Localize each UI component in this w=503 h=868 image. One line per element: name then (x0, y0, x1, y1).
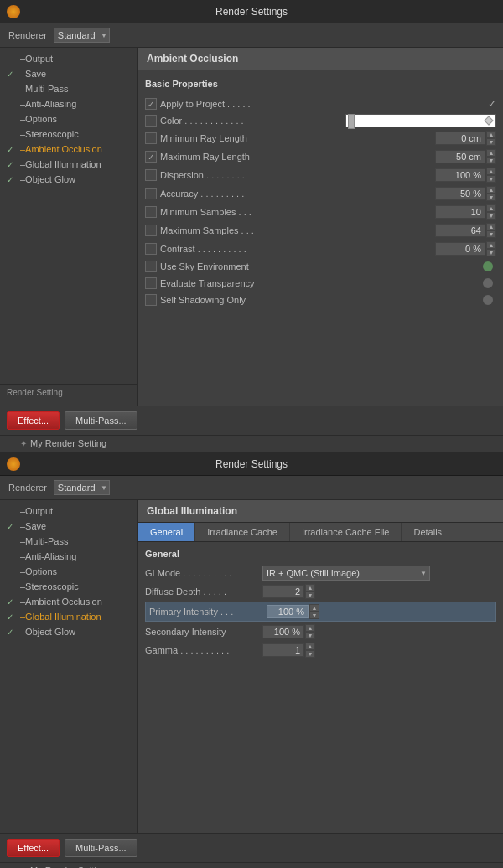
use-sky-row: Use Sky Environment (145, 258, 496, 275)
gamma-up[interactable]: ▲ (305, 643, 315, 650)
max-ray-length-checkbox[interactable] (145, 151, 157, 163)
min-samples-down[interactable]: ▼ (486, 212, 496, 220)
accuracy-input[interactable] (435, 187, 485, 200)
sidebar-item-options-2[interactable]: –Options (0, 564, 137, 579)
max-samples-checkbox[interactable] (145, 225, 157, 236)
multipass-button-2[interactable]: Multi-Pass... (65, 839, 137, 857)
max-ray-length-up[interactable]: ▲ (486, 149, 496, 157)
dispersion-input[interactable] (435, 168, 485, 182)
gi-mode-select[interactable]: IR + QMC (Still Image) (262, 566, 430, 581)
max-samples-input[interactable] (435, 224, 485, 237)
multipass-button-1[interactable]: Multi-Pass... (65, 411, 137, 430)
diffuse-depth-label: Diffuse Depth . . . . . (145, 586, 262, 597)
use-sky-checkbox[interactable] (145, 261, 157, 272)
accuracy-checkbox[interactable] (145, 188, 157, 199)
tab-details[interactable]: Details (402, 523, 454, 541)
self-shadowing-toggle[interactable] (483, 295, 493, 305)
max-ray-length-input[interactable] (435, 150, 485, 163)
title-1: Render Settings (215, 6, 288, 18)
title-bar-2: Render Settings (0, 452, 503, 476)
diffuse-depth-input[interactable] (262, 585, 304, 598)
effect-button-2[interactable]: Effect... (7, 839, 60, 857)
min-samples-checkbox[interactable] (145, 206, 157, 218)
max-samples-label: Maximum Samples . . . (160, 225, 435, 235)
gamma-input[interactable] (262, 643, 304, 657)
secondary-intensity-down[interactable]: ▼ (305, 632, 315, 639)
color-bar[interactable] (345, 114, 496, 127)
min-samples-input[interactable] (435, 205, 485, 219)
max-samples-up[interactable]: ▲ (486, 223, 496, 230)
min-ray-length-input[interactable] (435, 132, 485, 145)
self-shadowing-checkbox[interactable] (145, 294, 157, 306)
sidebar-item-stereoscopic-2[interactable]: –Stereoscopic (0, 579, 137, 594)
sidebar-item-output-2[interactable]: –Output (0, 504, 137, 519)
max-ray-length-down[interactable]: ▼ (486, 157, 496, 164)
tab-irradiance-cache-file[interactable]: Irradiance Cache File (290, 523, 402, 541)
sidebar-item-antialiasing-1[interactable]: –Anti-Aliasing (0, 96, 137, 111)
gamma-down[interactable]: ▼ (305, 650, 315, 658)
sidebar-item-object-glow-1[interactable]: ✓ –Object Glow (0, 172, 137, 187)
section-header-1: Ambient Occlusion (138, 48, 503, 70)
min-ray-length-label: Minimum Ray Length (160, 133, 435, 143)
renderer-select-1[interactable]: Standard (54, 28, 110, 43)
title-2: Render Settings (215, 458, 288, 470)
sidebar-item-output-1[interactable]: –Output (0, 51, 137, 66)
eval-transparency-toggle[interactable] (483, 278, 493, 288)
effect-button-1[interactable]: Effect... (7, 411, 60, 430)
primary-intensity-up[interactable]: ▲ (309, 604, 319, 612)
app-icon-2 (7, 457, 20, 471)
sidebar-item-global-illumination-1[interactable]: ✓ –Global Illumination (0, 157, 137, 172)
sidebar-item-object-glow-2[interactable]: ✓ –Object Glow (0, 624, 137, 639)
diffuse-depth-up[interactable]: ▲ (305, 584, 315, 592)
apply-to-project-row: Apply to Project . . . . . ✓ (145, 96, 496, 112)
contrast-up[interactable]: ▲ (486, 241, 496, 249)
eval-transparency-checkbox[interactable] (145, 277, 157, 289)
secondary-intensity-up[interactable]: ▲ (305, 624, 315, 632)
dispersion-checkbox[interactable] (145, 169, 157, 181)
tab-general[interactable]: General (138, 523, 195, 541)
sidebar-item-multipass-1[interactable]: –Multi-Pass (0, 81, 137, 96)
dispersion-label: Dispersion . . . . . . . . (160, 170, 435, 180)
max-samples-down[interactable]: ▼ (486, 230, 496, 238)
accuracy-down[interactable]: ▼ (486, 194, 496, 201)
sidebar-item-global-illumination-2[interactable]: ✓ –Global Illumination (0, 609, 137, 624)
max-samples-row: Maximum Samples . . . ▲ ▼ (145, 221, 496, 240)
sidebar-item-save-2[interactable]: ✓ –Save (0, 519, 137, 534)
primary-intensity-down[interactable]: ▼ (309, 612, 319, 619)
sidebar-item-multipass-2[interactable]: –Multi-Pass (0, 534, 137, 549)
min-samples-up[interactable]: ▲ (486, 204, 496, 212)
sidebar-2: –Output ✓ –Save –Multi-Pass –Anti-Aliasi… (0, 500, 138, 833)
contrast-checkbox[interactable] (145, 243, 157, 255)
renderer-select-2[interactable]: Standard (54, 480, 110, 495)
gamma-label: Gamma . . . . . . . . . . (145, 645, 262, 655)
diffuse-depth-down[interactable]: ▼ (305, 592, 315, 599)
sidebar-item-options-1[interactable]: –Options (0, 111, 137, 127)
secondary-intensity-input[interactable] (262, 625, 304, 638)
color-checkbox[interactable] (145, 115, 157, 127)
apply-to-project-checkbox[interactable] (145, 98, 157, 110)
primary-intensity-input[interactable] (267, 605, 309, 618)
max-ray-length-label: Maximum Ray Length (160, 152, 435, 162)
render-setting-text-1[interactable]: My Render Setting (30, 438, 106, 448)
contrast-label: Contrast . . . . . . . . . . (160, 244, 435, 254)
accuracy-up[interactable]: ▲ (486, 186, 496, 194)
min-samples-label: Minimum Samples . . . (160, 207, 435, 217)
sidebar-item-stereoscopic-1[interactable]: –Stereoscopic (0, 127, 137, 142)
min-ray-length-down[interactable]: ▼ (486, 138, 496, 146)
apply-to-project-label: Apply to Project . . . . . (160, 99, 488, 109)
sidebar-item-ambient-occlusion-2[interactable]: ✓ –Ambient Occlusion (0, 594, 137, 609)
tab-irradiance-cache[interactable]: Irradiance Cache (195, 523, 290, 541)
dispersion-down[interactable]: ▼ (486, 175, 496, 183)
use-sky-toggle[interactable] (483, 261, 493, 271)
sidebar-item-save-1[interactable]: ✓ –Save (0, 66, 137, 81)
min-ray-length-checkbox[interactable] (145, 132, 157, 144)
dispersion-up[interactable]: ▲ (486, 168, 496, 175)
contrast-down[interactable]: ▼ (486, 249, 496, 256)
sidebar-item-antialiasing-2[interactable]: –Anti-Aliasing (0, 549, 137, 564)
bottom-buttons-2: Effect... Multi-Pass... (0, 833, 503, 862)
gi-sub-header: General (145, 549, 496, 559)
min-ray-length-up[interactable]: ▲ (486, 131, 496, 138)
gi-mode-row: GI Mode . . . . . . . . . . IR + QMC (St… (145, 564, 496, 582)
sidebar-item-ambient-occlusion-1[interactable]: ✓ –Ambient Occlusion (0, 142, 137, 157)
contrast-input[interactable] (435, 242, 485, 256)
